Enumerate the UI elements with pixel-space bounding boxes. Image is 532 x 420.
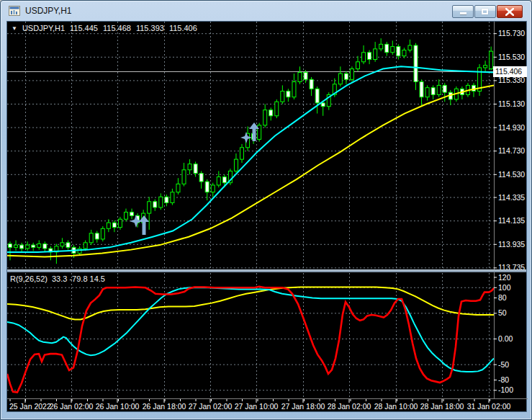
candle-body [304, 72, 307, 79]
candle-body [490, 51, 493, 68]
price-axis-label: 114.730 [498, 146, 525, 155]
candle-body [112, 223, 116, 228]
candle-body [32, 245, 35, 247]
candle-body [391, 47, 395, 53]
window-controls [452, 5, 523, 18]
candle-body [362, 53, 366, 62]
indicator-values: 33.3 -79.8 14.5 [52, 274, 105, 283]
candle-body [171, 192, 174, 203]
chart-window-icon[interactable] [9, 5, 20, 17]
indicator-red-line [7, 287, 494, 393]
ohlc-low: 115.393 [136, 24, 164, 32]
price-axis-label: 114.530 [498, 170, 525, 179]
candle-body [211, 185, 215, 192]
candle-body [263, 110, 267, 125]
candle-body [321, 103, 325, 107]
indicator-name: R(9,26,52) [10, 274, 48, 283]
candle-body [89, 233, 93, 243]
candle-body [60, 243, 64, 246]
candle-body [431, 88, 435, 95]
candle-body [159, 197, 163, 207]
ma-slow-line [7, 85, 494, 256]
candle-body [310, 79, 313, 89]
indicator-axis-label: -80 [498, 375, 509, 384]
price-axis-label: 114.930 [498, 123, 525, 132]
candle-body [292, 82, 296, 97]
candle-body [275, 102, 279, 116]
candle-body [95, 233, 99, 239]
candle-body [408, 45, 412, 50]
panel-divider[interactable] [7, 269, 526, 272]
indicator-yellow-line [7, 287, 494, 320]
current-price-box: 115.406 [493, 66, 527, 77]
price-axis-label: 114.335 [498, 193, 525, 202]
candle-body [374, 49, 377, 60]
price-axis-label: 115.130 [498, 99, 525, 108]
candle-body [222, 177, 226, 183]
candle-body [84, 243, 87, 249]
candle-body [298, 72, 302, 81]
candle-body [350, 69, 353, 80]
ohlc-close: 115.406 [169, 24, 197, 32]
close-button[interactable] [497, 5, 523, 18]
candle-body [484, 66, 487, 68]
price-axis-label: 114.135 [498, 216, 525, 225]
maximize-button[interactable] [474, 5, 496, 18]
candle-body [437, 85, 441, 94]
chart-canvas[interactable]: 115.730115.530115.330115.130114.930114.7… [7, 22, 528, 413]
candle-body [188, 164, 191, 170]
axes[interactable]: 115.730115.530115.330115.130114.930114.7… [7, 22, 528, 411]
candle-body [182, 170, 186, 184]
chart-client-area: 115.730115.530115.330115.130114.930114.7… [6, 21, 527, 412]
indicator-axis-label: 0.00 [498, 334, 513, 343]
time-axis-label: 27 Jan 18:00 [281, 402, 325, 411]
time-axis-label: 27 Jan 10:00 [235, 402, 279, 411]
time-axis-label: 28 Jan 18:00 [420, 402, 464, 411]
candle-body [66, 243, 70, 248]
close-icon [505, 8, 514, 16]
candle-body [234, 159, 238, 171]
candle-body [287, 91, 290, 97]
time-axis-label: 27 Jan 02:00 [189, 402, 233, 411]
price-axis-label: 115.330 [498, 76, 525, 84]
candle-body [240, 148, 244, 159]
titlebar[interactable]: USDJPY,H1 [1, 1, 531, 20]
candle-body [20, 245, 24, 249]
indicator-lines [7, 287, 494, 393]
candle-body [420, 82, 423, 97]
candle-body [315, 89, 319, 103]
up-arrow-icon [139, 215, 149, 235]
current-price-value: 115.406 [495, 67, 522, 76]
indicator-axis-label: 100 [498, 283, 511, 292]
candle-body [356, 62, 360, 69]
candle-body [368, 53, 371, 60]
candle-body [199, 174, 203, 182]
candle-body [26, 245, 30, 249]
candle-body [37, 243, 41, 247]
candle-body [153, 202, 157, 207]
candle-body [194, 164, 197, 174]
chart-window: USDJPY,H1 115.730115.530115.330115.13011… [0, 0, 532, 420]
indicator-axis-label: 50 [498, 308, 507, 317]
minimize-button[interactable] [452, 5, 474, 18]
maximize-icon [482, 9, 488, 14]
star-icon [240, 132, 252, 143]
candle-body [338, 73, 342, 84]
ohlc-open: 115.445 [70, 24, 98, 32]
candle-body [176, 184, 180, 192]
time-axis-label: 25 Jan 2022 [9, 402, 51, 411]
candle-body [118, 219, 122, 227]
time-axis-label: 28 Jan 10:00 [374, 402, 418, 411]
collapse-icon[interactable]: ▼ [12, 25, 17, 32]
candle-body [148, 202, 151, 213]
candle-body [425, 88, 429, 97]
candle-body [165, 197, 168, 202]
indicator-axis-label: 80 [498, 293, 507, 302]
price-axis-label: 115.730 [498, 29, 525, 37]
candle-body [258, 125, 261, 140]
indicator-axis-label: -50 [498, 360, 509, 369]
candle-body [402, 50, 406, 56]
candle-body [43, 243, 47, 249]
candle-body [101, 228, 104, 239]
candle-body [379, 44, 383, 49]
